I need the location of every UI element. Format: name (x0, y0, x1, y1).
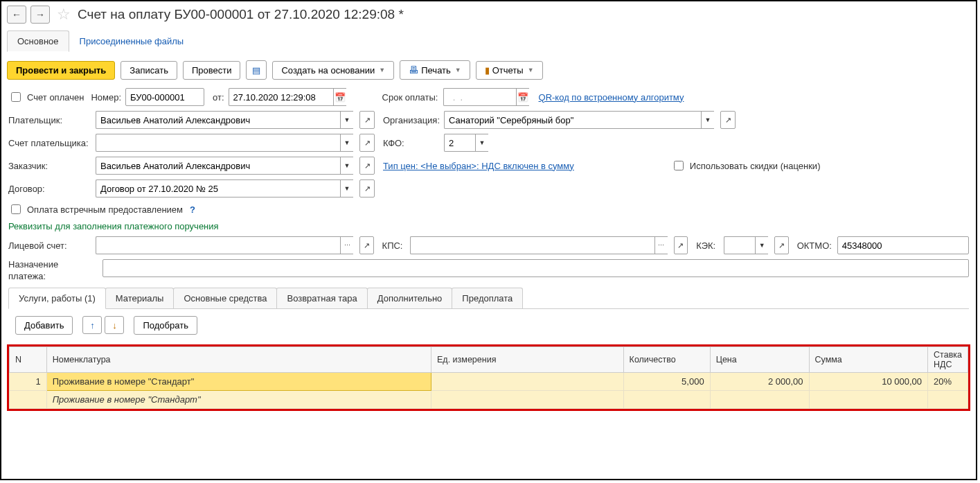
col-sum[interactable]: Сумма (809, 346, 928, 372)
discounts-checkbox[interactable] (674, 161, 684, 170)
dropdown-icon[interactable]: ▼ (340, 179, 353, 197)
col-price[interactable]: Цена (710, 346, 809, 372)
kek-input[interactable] (724, 236, 755, 254)
move-up-button[interactable]: ↑ (82, 316, 102, 334)
oktmo-label: ОКТМО: (797, 240, 833, 251)
pers-acc-input[interactable] (96, 236, 340, 254)
col-unit[interactable]: Ед. измерения (431, 346, 624, 372)
contract-label: Договор: (8, 184, 91, 194)
add-row-button[interactable]: Добавить (15, 316, 73, 335)
kps-label: КПС: (382, 240, 406, 251)
open-icon[interactable]: ↗ (359, 179, 375, 197)
payer-input[interactable] (96, 111, 340, 129)
col-nomenclature[interactable]: Номенклатура (46, 346, 431, 372)
dropdown-icon[interactable]: ▼ (340, 134, 353, 152)
open-icon[interactable]: ↗ (774, 236, 789, 254)
purpose-label: Назначение платежа: (8, 259, 98, 283)
tab-main[interactable]: Основное (7, 30, 69, 52)
due-input[interactable] (443, 88, 516, 106)
customer-label: Заказчик: (8, 161, 91, 171)
kek-label: КЭК: (696, 240, 720, 251)
help-icon[interactable]: ? (190, 204, 195, 215)
number-input[interactable] (125, 88, 204, 106)
col-vat[interactable]: Ставка НДС (928, 346, 968, 372)
paid-label: Счет оплачен (27, 92, 84, 103)
services-grid[interactable]: N Номенклатура Ед. измерения Количество … (7, 344, 970, 411)
payer-acc-input[interactable] (96, 134, 340, 152)
col-n[interactable]: N (10, 346, 47, 372)
open-icon[interactable]: ↗ (720, 111, 736, 129)
kps-input[interactable] (410, 236, 654, 254)
dropdown-icon[interactable]: ▼ (755, 236, 768, 254)
payer-acc-label: Счет плательщика: (8, 138, 91, 148)
printer-icon: 🖶 (409, 64, 418, 76)
reports-button[interactable]: ▮Отчеты▼ (476, 61, 543, 80)
dropdown-icon[interactable]: ▼ (340, 157, 353, 175)
open-icon[interactable]: ↗ (359, 236, 374, 254)
contract-input[interactable] (96, 179, 340, 197)
move-down-button[interactable]: ↓ (105, 316, 124, 334)
from-label: от: (213, 92, 224, 103)
save-button[interactable]: Записать (121, 61, 177, 80)
kfo-label: КФО: (383, 138, 440, 148)
pers-acc-label: Лицевой счет: (8, 240, 91, 251)
tab-fixed-assets[interactable]: Основные средства (173, 288, 277, 308)
kfo-input[interactable] (444, 134, 475, 152)
tab-prepay[interactable]: Предоплата (452, 288, 523, 308)
price-type-link[interactable]: Тип цен: <Не выбран>: НДС включен в сумм… (383, 161, 574, 171)
open-icon[interactable]: ↗ (359, 134, 375, 152)
tab-additional[interactable]: Дополнительно (367, 288, 453, 308)
oktmo-input[interactable] (837, 236, 969, 254)
print-button[interactable]: 🖶Печать▼ (400, 60, 470, 80)
open-icon[interactable]: ↗ (359, 157, 375, 175)
table-row[interactable]: 1 Проживание в номере "Стандарт" 5,000 2… (10, 372, 968, 390)
favorite-star-icon[interactable]: ☆ (57, 6, 71, 24)
org-label: Организация: (383, 115, 440, 125)
qr-code-link[interactable]: QR-код по встроенному алгоритму (539, 92, 684, 103)
col-qty[interactable]: Количество (623, 346, 710, 372)
counter-checkbox[interactable] (11, 204, 21, 214)
create-based-button[interactable]: Создать на основании▼ (272, 61, 394, 80)
open-icon[interactable]: ↗ (359, 111, 375, 129)
open-icon[interactable]: ↗ (674, 236, 688, 254)
customer-input[interactable] (96, 157, 340, 175)
payer-label: Плательщик: (8, 115, 91, 125)
pick-button[interactable]: Подобрать (134, 316, 197, 335)
due-label: Срок оплаты: (382, 92, 439, 103)
calendar-icon[interactable]: 📅 (333, 88, 346, 106)
nav-back-button[interactable]: ← (7, 6, 26, 24)
list-icon-button[interactable]: ▤ (246, 60, 267, 80)
purpose-input[interactable] (103, 259, 969, 277)
calendar-icon[interactable]: 📅 (516, 88, 529, 106)
ellipsis-icon[interactable]: ⋯ (654, 236, 668, 254)
nav-forward-button[interactable]: → (30, 6, 50, 24)
counter-label: Оплата встречным предоставлением (27, 204, 183, 215)
tab-returnable[interactable]: Возвратная тара (276, 288, 367, 308)
chart-icon: ▮ (485, 65, 490, 76)
page-title: Счет на оплату БУ00-000001 от 27.10.2020… (78, 7, 404, 22)
tab-attached-files[interactable]: Присоединенные файлы (69, 30, 195, 52)
dropdown-icon[interactable]: ▼ (701, 111, 714, 129)
paid-checkbox[interactable] (11, 92, 21, 102)
ellipsis-icon[interactable]: ⋯ (340, 236, 353, 254)
post-and-close-button[interactable]: Провести и закрыть (7, 61, 115, 80)
date-input[interactable] (229, 88, 333, 106)
tab-services[interactable]: Услуги, работы (1) (8, 288, 106, 309)
tab-materials[interactable]: Материалы (105, 288, 175, 308)
dropdown-icon[interactable]: ▼ (340, 111, 353, 129)
dropdown-icon[interactable]: ▼ (475, 134, 488, 152)
org-input[interactable] (444, 111, 701, 129)
number-label: Номер: (91, 92, 121, 103)
payment-details-link[interactable]: Реквизиты для заполнения платежного пору… (8, 221, 219, 231)
post-button[interactable]: Провести (183, 61, 241, 80)
discounts-label: Использовать скидки (наценки) (690, 161, 821, 171)
table-row-desc[interactable]: Проживание в номере "Стандарт" (10, 390, 968, 408)
